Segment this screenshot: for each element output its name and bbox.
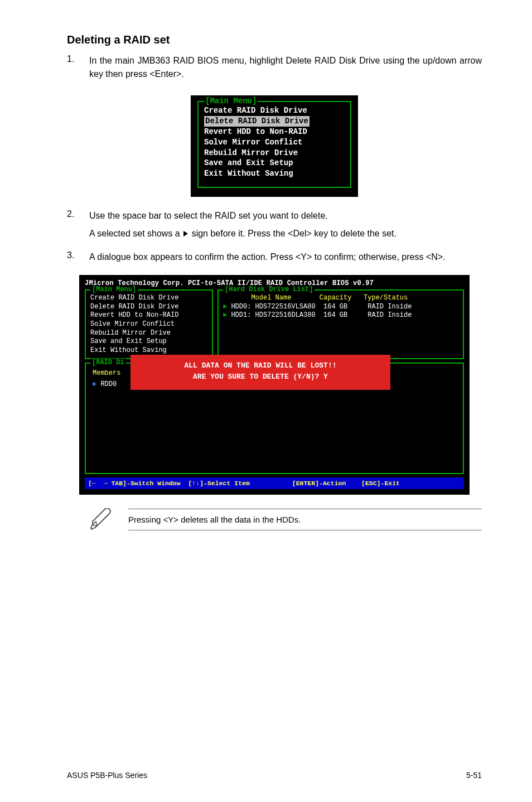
note-callout: Pressing <Y> deletes all the data in the… [89, 508, 482, 530]
steps-list: 1. In the main JMB363 RAID BIOS menu, hi… [67, 54, 482, 85]
bios-small-item: Save and Exit Setup [204, 158, 345, 168]
bios-hdd-row: ► HDD0: HDS722516VLSA80 164 GB RAID Insi… [223, 303, 458, 312]
bios-main-menu-item: Exit Without Saving [90, 346, 207, 355]
bios-large-screenshot: JMicron Technology Corp. PCI-to-SATA II/… [67, 275, 482, 495]
step-1-text: In the main JMB363 RAID BIOS menu, highl… [89, 54, 482, 81]
bios-small-item: Rebuild Mirror Drive [204, 148, 345, 158]
bios-hdd-panel: [Hard Disk Drive List] Model Name Capaci… [217, 289, 464, 359]
bios-small-item: Delete RAID Disk Drive [204, 116, 345, 127]
step-3: 3. A dialogue box appears to confirm the… [67, 250, 482, 268]
bios-main-menu-item: Save and Exit Setup [90, 337, 207, 346]
bios-hdd-header: Model Name Capacity Type/Status [223, 294, 458, 303]
bios-main-menu-item: Revert HDD to Non-RAID [90, 311, 207, 320]
bios-small-menu: [Main Menu] Create RAID Disk DriveDelete… [67, 95, 482, 197]
bios-footer-bar: [← → TAB]-Switch Window [↑↓]-Select Item… [85, 477, 464, 489]
section-title: Deleting a RAID set [67, 33, 482, 46]
bios-small-item: Create RAID Disk Drive [204, 105, 345, 116]
step-1: 1. In the main JMB363 RAID BIOS menu, hi… [67, 54, 482, 85]
bios-small-item: Exit Without Saving [204, 168, 345, 179]
bios-raid-panel: [RAID Di Members ► RDD0 ALL DATA ON THE … [85, 363, 464, 474]
bios-confirm-line1: ALL DATA ON THE RAID WILL BE LOST!! [135, 360, 386, 371]
bios-main-menu-item: Delete RAID Disk Drive [90, 303, 207, 312]
footer-right: 5-51 [466, 771, 482, 780]
bios-main-menu-item: Rebuild Mirror Drive [90, 329, 207, 338]
footer-left: ASUS P5B-Plus Series [67, 771, 147, 780]
bios-hdd0: HDD0: HDS722516VLSA80 164 GB RAID Inside [231, 303, 412, 311]
bios-rdd-label: RDD0 [100, 380, 117, 388]
step-3-text: A dialogue box appears to confirm the ac… [89, 250, 482, 264]
bios-main-menu-item: Create RAID Disk Drive [90, 294, 207, 303]
note-text: Pressing <Y> deletes all the data in the… [128, 509, 482, 530]
bios-main-menu-panel: [Main Menu] Create RAID Disk DriveDelete… [85, 289, 213, 359]
bios-small-title: [Main Menu] [204, 96, 258, 105]
page-footer: ASUS P5B-Plus Series 5-51 [67, 748, 482, 780]
bios-main-menu-item: Solve Mirror Conflict [90, 320, 207, 329]
step-number: 1. [67, 54, 89, 85]
bios-confirm-line2: ARE YOU SURE TO DELETE (Y/N)? Y [135, 371, 386, 383]
bios-hdd-title: [Hard Disk Drive List] [223, 286, 315, 294]
bios-small-item: Revert HDD to Non-RAID [204, 127, 345, 137]
triangle-icon [183, 231, 188, 236]
bios-hdd-row: ► HDD1: HDS722516DLA380 164 GB RAID Insi… [223, 311, 458, 320]
bios-main-menu-title: [Main Menu] [90, 286, 138, 294]
bios-hdd1: HDD1: HDS722516DLA380 164 GB RAID Inside [231, 311, 412, 319]
step-2-line2: A selected set shows a sign before it. P… [89, 227, 482, 240]
note-pencil-icon [89, 508, 116, 530]
step-number: 2. [67, 209, 89, 245]
step-2-line2a: A selected set shows a [89, 229, 182, 238]
step-2-line1: Use the space bar to select the RAID set… [89, 209, 482, 223]
steps-list-cont: 2. Use the space bar to select the RAID … [67, 209, 482, 268]
bios-small-item: Solve Mirror Conflict [204, 137, 345, 148]
step-2: 2. Use the space bar to select the RAID … [67, 209, 482, 245]
step-number: 3. [67, 250, 89, 268]
step-2-line2b: sign before it. Press the <Del> key to d… [189, 229, 396, 238]
bios-raid-title: [RAID Di [90, 359, 126, 366]
bios-confirm-dialog: ALL DATA ON THE RAID WILL BE LOST!! ARE … [130, 355, 390, 390]
